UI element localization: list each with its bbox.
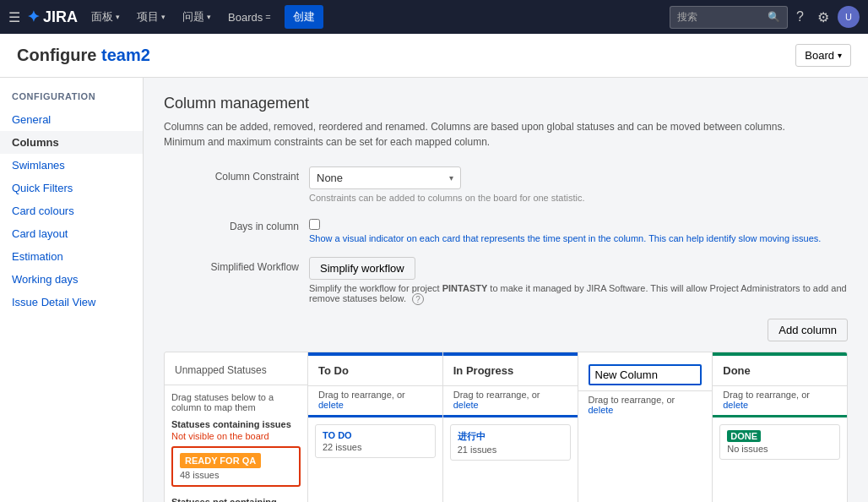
boards-arrow: = (265, 12, 270, 22)
simplify-workflow-button[interactable]: Simplify workflow (309, 257, 415, 280)
new-column-delete-link[interactable]: delete (589, 405, 614, 415)
ready-for-qa-label: READY FOR QA (180, 453, 261, 468)
add-column-button[interactable]: Add column (768, 319, 848, 341)
sidebar: CONFIGURATION General Columns Swimlanes … (0, 78, 144, 502)
new-column-actions: Drag to rearrange, or delete (578, 391, 713, 423)
todo-status-label: TO DO (323, 430, 428, 440)
done-count: No issues (727, 444, 833, 454)
column-constraint-label: Column Constraint (164, 166, 299, 183)
inprogress-header: In Progress (443, 356, 578, 386)
todo-header: To Do (308, 356, 442, 386)
unmapped-title: Unmapped Statuses (175, 364, 297, 376)
todo-actions: Drag to rearrange, or delete (308, 386, 442, 417)
inprogress-status-label: 进行中 (458, 430, 563, 443)
done-delete-link[interactable]: delete (723, 400, 748, 410)
days-in-column-control: Show a visual indicator on each card tha… (309, 216, 848, 243)
new-column-input[interactable] (589, 364, 703, 385)
todo-body: TO DO 22 issues (308, 417, 442, 470)
section-title: Column management (164, 95, 848, 112)
chevron-down-icon: ▾ (838, 51, 842, 60)
main-content: Column management Columns can be added, … (144, 78, 868, 502)
todo-delete-link[interactable]: delete (318, 400, 344, 410)
done-title: Done (723, 364, 837, 377)
days-in-column-checkbox[interactable] (309, 219, 320, 230)
done-header: Done (713, 356, 847, 386)
ready-for-qa-card[interactable]: READY FOR QA 48 issues (171, 446, 301, 487)
search-box[interactable]: 搜索 🔍 (670, 6, 788, 29)
nav-boards[interactable]: Boards = (221, 0, 278, 34)
done-status-label: DONE (727, 430, 761, 442)
user-avatar[interactable]: U (838, 6, 860, 28)
nav-right: 搜索 🔍 ? ⚙ U (670, 6, 860, 29)
jira-icon: ✦ (27, 8, 40, 26)
done-body: DONE No issues (713, 417, 847, 472)
inprogress-card[interactable]: 进行中 21 issues (450, 424, 571, 461)
nav-issue[interactable]: 问题 ▾ (176, 0, 218, 34)
unmapped-header: Unmapped Statuses (165, 356, 307, 385)
jira-logo: ✦ JIRA (27, 8, 78, 26)
sidebar-item-issuedetail[interactable]: Issue Detail View (0, 291, 143, 314)
nav-board[interactable]: 面板 ▾ (84, 0, 127, 34)
inprogress-actions: Drag to rearrange, or delete (443, 386, 578, 417)
statuses-with-issues-label: Statuses containing issues (171, 419, 301, 429)
inprogress-delete-link[interactable]: delete (453, 400, 479, 410)
help-icon[interactable]: ? (791, 6, 809, 28)
help-circle-icon[interactable]: ? (412, 293, 424, 305)
days-in-column-row: Days in column Show a visual indicator o… (164, 216, 848, 243)
team-name: team2 (101, 46, 150, 64)
content-area: CONFIGURATION General Columns Swimlanes … (0, 78, 868, 502)
sidebar-item-workingdays[interactable]: Working days (0, 268, 143, 291)
columns-container: Unmapped Statuses Drag statuses below to… (164, 352, 848, 502)
simplify-hint: Simplify the workflow for project PINTAS… (309, 283, 848, 305)
column-constraint-select[interactable]: None ▾ (309, 166, 461, 189)
unmapped-body: Drag statuses below to a column to map t… (165, 385, 307, 502)
done-actions: Drag to rearrange, or delete (713, 386, 847, 417)
chevron-down-icon: ▾ (449, 173, 453, 183)
create-button[interactable]: 创建 (285, 5, 323, 29)
sidebar-item-cardcolours[interactable]: Card colours (0, 199, 143, 222)
sidebar-item-general[interactable]: General (0, 108, 143, 131)
column-constraint-hint: Constraints can be added to columns on t… (309, 193, 848, 203)
settings-icon[interactable]: ⚙ (812, 6, 834, 29)
sidebar-item-swimlanes[interactable]: Swimlanes (0, 154, 143, 177)
new-column-body (578, 423, 713, 436)
not-visible-label: Not visible on the board (171, 431, 301, 441)
sidebar-section-label: CONFIGURATION (0, 91, 143, 108)
sidebar-item-quickfilters[interactable]: Quick Filters (0, 177, 143, 199)
inprogress-column: In Progress Drag to rearrange, or delete… (443, 352, 578, 502)
unmapped-column: Unmapped Statuses Drag statuses below to… (165, 352, 308, 502)
column-constraint-row: Column Constraint None ▾ Constraints can… (164, 166, 848, 203)
new-column: Drag to rearrange, or delete (578, 352, 713, 502)
board-button[interactable]: Board ▾ (795, 44, 851, 67)
todo-card[interactable]: TO DO 22 issues (315, 424, 436, 458)
chevron-down-icon: ▾ (161, 13, 165, 21)
todo-column: To Do Drag to rearrange, or delete TO DO… (308, 352, 443, 502)
new-column-header (578, 356, 713, 391)
sidebar-item-cardlayout[interactable]: Card layout (0, 222, 143, 245)
done-column: Done Drag to rearrange, or delete DONE N… (713, 352, 847, 502)
section-description: Columns can be added, removed, reordered… (164, 119, 822, 150)
inprogress-count: 21 issues (458, 445, 563, 455)
column-constraint-control: None ▾ Constraints can be added to colum… (309, 166, 848, 203)
sidebar-item-columns[interactable]: Columns (0, 131, 143, 154)
nav-project[interactable]: 项目 ▾ (130, 0, 172, 34)
hamburger-icon[interactable]: ☰ (8, 9, 20, 25)
add-column-row: Add column (164, 319, 848, 341)
new-column-input-wrapper (589, 364, 703, 385)
chevron-down-icon: ▾ (207, 13, 211, 21)
todo-count: 22 issues (323, 442, 428, 452)
page-title: Configure team2 (17, 46, 150, 65)
sidebar-item-estimation[interactable]: Estimation (0, 245, 143, 268)
search-icon: 🔍 (768, 11, 780, 23)
done-card[interactable]: DONE No issues (719, 424, 840, 460)
chevron-down-icon: ▾ (116, 13, 120, 21)
simplified-workflow-row: Simplified Workflow Simplify workflow Si… (164, 257, 848, 305)
page-header: Configure team2 Board ▾ (0, 34, 868, 78)
days-in-column-hint: Show a visual indicator on each card tha… (309, 233, 848, 243)
ready-for-qa-count: 48 issues (180, 470, 292, 480)
jira-logo-text: JIRA (43, 8, 78, 26)
simplified-workflow-label: Simplified Workflow (164, 257, 299, 273)
inprogress-title: In Progress (453, 364, 567, 377)
search-placeholder: 搜索 (677, 10, 697, 25)
days-in-column-label: Days in column (164, 216, 299, 232)
